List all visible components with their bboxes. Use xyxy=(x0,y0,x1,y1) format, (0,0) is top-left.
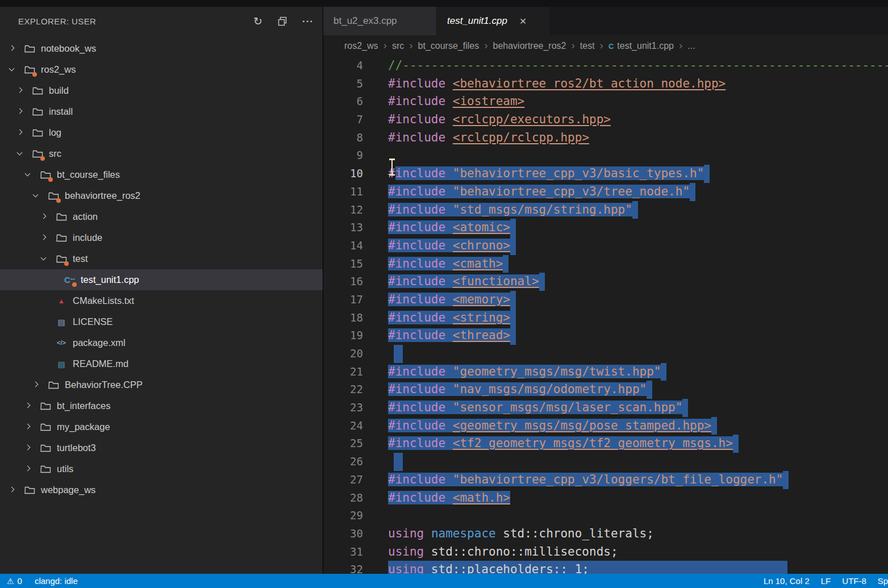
eol-indicator[interactable]: LF xyxy=(821,576,831,586)
chevron-icon[interactable] xyxy=(24,423,33,432)
code-line[interactable]: 24#include <geometry_msgs/msg/pose_stamp… xyxy=(323,417,888,435)
line-number[interactable]: 6 xyxy=(323,93,363,111)
line-number[interactable]: 9 xyxy=(323,147,363,165)
tree-item-webpage_ws[interactable]: webpage_ws xyxy=(0,479,323,501)
code-line[interactable]: 13#include <atomic> xyxy=(323,219,888,237)
tree-item-notebook_ws[interactable]: notebook_ws xyxy=(0,38,323,59)
line-number[interactable]: 19 xyxy=(323,327,363,345)
line-number[interactable]: 21 xyxy=(323,363,363,381)
line-number[interactable]: 24 xyxy=(323,417,363,435)
chevron-icon[interactable] xyxy=(16,128,25,137)
line-number[interactable]: 32 xyxy=(323,561,363,574)
code-line[interactable]: 18#include <string> xyxy=(323,309,888,327)
code-line[interactable]: 22#include "nav_msgs/msg/odometry.hpp" xyxy=(323,381,888,399)
tree-item-test[interactable]: test xyxy=(0,248,323,269)
chevron-icon[interactable] xyxy=(40,233,49,243)
code-line[interactable]: 8#include <rclcpp/rclcpp.hpp> xyxy=(323,129,888,147)
chevron-icon[interactable] xyxy=(32,191,41,201)
code-line[interactable]: 17#include <memory> xyxy=(323,291,888,309)
tree-item-src[interactable]: src xyxy=(0,143,323,164)
line-number[interactable]: 10 xyxy=(323,165,363,183)
tree-item-install[interactable]: install xyxy=(0,101,323,122)
chevron-icon[interactable] xyxy=(16,86,25,95)
tab-test_unit1.cpp[interactable]: test_unit1.cpp× xyxy=(437,7,551,35)
line-number[interactable]: 25 xyxy=(323,435,363,453)
line-number[interactable]: 11 xyxy=(323,183,363,201)
tab-bt_u2_ex3.cpp[interactable]: bt_u2_ex3.cpp xyxy=(323,7,437,35)
line-number[interactable]: 28 xyxy=(323,489,363,507)
clangd-status[interactable]: clangd: idle xyxy=(35,576,78,586)
problems-indicator[interactable]: ⚠ 0 xyxy=(7,576,22,586)
code-line[interactable]: 26 xyxy=(323,453,888,471)
breadcrumb-item[interactable]: ... xyxy=(687,41,695,51)
tree-item-my_package[interactable]: my_package xyxy=(0,416,323,437)
code-line[interactable]: 21#include "geometry_msgs/msg/twist.hpp" xyxy=(323,363,888,381)
close-icon[interactable]: × xyxy=(520,15,527,28)
line-number[interactable]: 17 xyxy=(323,291,363,309)
collapse-folders-icon[interactable] xyxy=(277,16,287,26)
code-line[interactable]: 23#include "sensor_msgs/msg/laser_scan.h… xyxy=(323,399,888,417)
code-line[interactable]: 16#include <functional> xyxy=(323,273,888,291)
tree-item-utils[interactable]: utils xyxy=(0,458,323,479)
tree-item-CMakeLists.txt[interactable]: ▲CMakeLists.txt xyxy=(0,290,323,311)
code-line[interactable]: 6#include <iostream> xyxy=(323,93,888,111)
tree-item-LICENSE[interactable]: ▤LICENSE xyxy=(0,311,323,332)
code-line[interactable]: 14#include <chrono> xyxy=(323,237,888,255)
line-number[interactable]: 18 xyxy=(323,309,363,327)
chevron-icon[interactable] xyxy=(8,65,17,74)
breadcrumb-item[interactable]: ros2_ws xyxy=(344,41,378,51)
tree-item-action[interactable]: action xyxy=(0,206,323,227)
indentation-indicator[interactable]: Spac xyxy=(878,576,888,586)
line-number[interactable]: 7 xyxy=(323,111,363,129)
code-line[interactable]: 31using std::chrono::milliseconds; xyxy=(323,543,888,561)
breadcrumb-item[interactable]: src xyxy=(392,41,404,51)
line-number[interactable]: 8 xyxy=(323,129,363,147)
code-line[interactable]: 20 xyxy=(323,345,888,363)
chevron-icon[interactable] xyxy=(24,444,33,453)
refresh-icon[interactable]: ↻ xyxy=(253,16,262,27)
chevron-icon[interactable] xyxy=(8,44,17,53)
code-editor[interactable]: 4//-------------------------------------… xyxy=(323,57,888,574)
tree-item-test_unit1.cpp[interactable]: Ctest_unit1.cpp xyxy=(0,269,323,290)
breadcrumb-item[interactable]: Ctest_unit1.cpp xyxy=(608,41,674,51)
tree-item-bt_course_files[interactable]: bt_course_files xyxy=(0,164,323,185)
chevron-icon[interactable] xyxy=(32,381,41,390)
line-number[interactable]: 12 xyxy=(323,201,363,219)
code-line[interactable]: 15#include <cmath> xyxy=(323,255,888,273)
code-line[interactable]: 30using namespace std::chrono_literals; xyxy=(323,525,888,543)
breadcrumb-item[interactable]: behaviortree_ros2 xyxy=(493,41,566,51)
line-number[interactable]: 15 xyxy=(323,255,363,273)
code-line[interactable]: 28#include <math.h> xyxy=(323,489,888,507)
line-number[interactable]: 13 xyxy=(323,219,363,237)
more-actions-icon[interactable]: ··· xyxy=(302,16,314,26)
code-line[interactable]: 7#include <rclcpp/executors.hpp> xyxy=(323,111,888,129)
code-line[interactable]: 4//-------------------------------------… xyxy=(323,57,888,75)
tree-item-behaviortree_ros2[interactable]: behaviortree_ros2 xyxy=(0,185,323,206)
tree-item-BehaviorTree.CPP[interactable]: BehaviorTree.CPP xyxy=(0,374,323,395)
code-line[interactable]: 19#include <thread> xyxy=(323,327,888,345)
cursor-position[interactable]: Ln 10, Col 2 xyxy=(764,576,810,586)
breadcrumb-item[interactable]: bt_course_files xyxy=(418,41,480,51)
chevron-icon[interactable] xyxy=(24,465,33,474)
code-line[interactable]: 32using std::placeholders::_1; xyxy=(323,561,888,574)
tree-item-package.xml[interactable]: </>package.xml xyxy=(0,332,323,353)
breadcrumb-item[interactable]: test xyxy=(580,41,595,51)
chevron-icon[interactable] xyxy=(16,149,25,159)
line-number[interactable]: 5 xyxy=(323,75,363,93)
line-number[interactable]: 16 xyxy=(323,273,363,291)
chevron-icon[interactable] xyxy=(24,402,33,411)
chevron-icon[interactable] xyxy=(40,255,49,264)
tree-item-bt_interfaces[interactable]: bt_interfaces xyxy=(0,395,323,416)
line-number[interactable]: 23 xyxy=(323,399,363,417)
line-number[interactable]: 26 xyxy=(323,453,363,471)
tree-item-include[interactable]: include xyxy=(0,227,323,248)
code-line[interactable]: 29 xyxy=(323,507,888,525)
line-number[interactable]: 27 xyxy=(323,471,363,489)
tree-item-log[interactable]: log xyxy=(0,122,323,143)
chevron-icon[interactable] xyxy=(24,170,33,180)
code-line[interactable]: 10#include "behaviortree_cpp_v3/basic_ty… xyxy=(323,165,888,183)
code-line[interactable]: 12#include "std_msgs/msg/string.hpp" xyxy=(323,201,888,219)
tree-item-build[interactable]: build xyxy=(0,80,323,101)
line-number[interactable]: 22 xyxy=(323,381,363,399)
line-number[interactable]: 29 xyxy=(323,507,363,525)
